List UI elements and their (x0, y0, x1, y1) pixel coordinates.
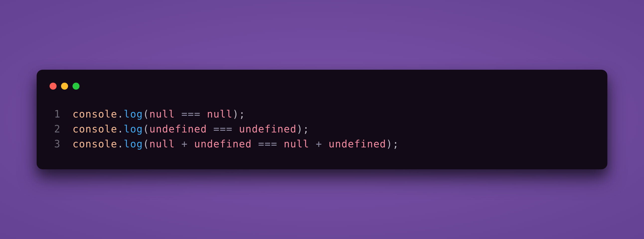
token-key: undefined (239, 123, 296, 135)
token-punc: ); (232, 108, 245, 120)
token-key: null (149, 138, 175, 150)
minimize-icon[interactable] (61, 83, 68, 90)
line-content: console.log(null + undefined === null + … (72, 136, 399, 151)
code-line: 1console.log(null === null); (50, 107, 590, 121)
token-punc: ( (143, 123, 150, 135)
line-number: 1 (50, 107, 72, 121)
token-punc: ( (143, 138, 150, 150)
token-method: log (124, 138, 143, 150)
token-key: undefined (328, 138, 386, 150)
token-op: + (316, 138, 322, 150)
token-punc: . (118, 123, 124, 135)
window-titlebar (50, 83, 590, 90)
token-punc: . (118, 108, 124, 120)
maximize-icon[interactable] (72, 83, 80, 90)
token-op: === (258, 138, 278, 150)
line-content: console.log(undefined === undefined); (72, 121, 309, 136)
token-punc (188, 138, 194, 150)
token-key: null (149, 108, 175, 120)
token-punc (322, 138, 329, 150)
token-punc (175, 138, 182, 150)
close-icon[interactable] (50, 83, 56, 90)
token-punc: ); (386, 138, 399, 150)
code-area[interactable]: 1console.log(null === null);2console.log… (50, 107, 590, 151)
token-punc (175, 108, 182, 120)
code-line: 2console.log(undefined === undefined); (50, 121, 590, 136)
token-punc: ); (296, 123, 309, 135)
token-method: log (124, 123, 143, 135)
line-number: 3 (50, 136, 72, 151)
token-op: + (182, 138, 188, 150)
line-content: console.log(null === null); (72, 107, 245, 121)
token-op: === (213, 123, 232, 135)
token-obj: console (72, 123, 118, 135)
token-key: null (284, 138, 310, 150)
token-punc (207, 123, 213, 135)
code-line: 3console.log(null + undefined === null +… (50, 136, 590, 151)
token-punc (201, 108, 207, 120)
token-key: null (207, 108, 232, 120)
token-key: undefined (194, 138, 252, 150)
token-punc: . (118, 138, 124, 150)
code-editor-window: 1console.log(null === null);2console.log… (37, 70, 607, 169)
token-obj: console (72, 108, 118, 120)
token-method: log (124, 108, 143, 120)
token-punc (309, 138, 316, 150)
token-punc (252, 138, 258, 150)
token-obj: console (72, 138, 118, 150)
token-punc: ( (143, 108, 150, 120)
token-punc (232, 123, 239, 135)
line-number: 2 (50, 121, 72, 136)
token-op: === (182, 108, 201, 120)
token-punc (278, 138, 284, 150)
token-key: undefined (149, 123, 207, 135)
